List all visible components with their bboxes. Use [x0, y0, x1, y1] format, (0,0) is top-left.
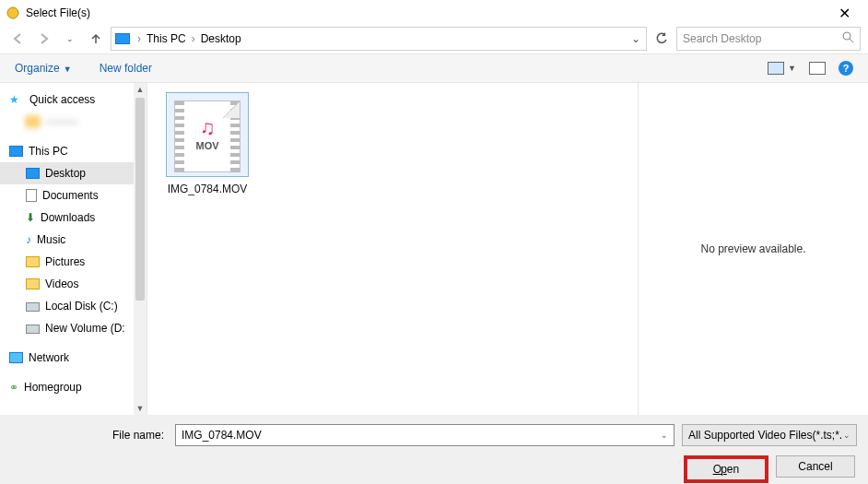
scroll-down-icon[interactable]: ▼ [136, 402, 145, 415]
this-pc[interactable]: This PC [0, 140, 147, 162]
sidebar-item-local-disk[interactable]: Local Disk (C:) [0, 295, 147, 317]
network[interactable]: Network [0, 347, 147, 369]
svg-point-1 [843, 32, 850, 40]
help-button[interactable]: ? [839, 61, 853, 76]
preview-pane-button[interactable] [809, 62, 826, 75]
drive-icon [26, 325, 40, 334]
filename-label: File name: [11, 429, 168, 442]
close-button[interactable]: ✕ [826, 5, 862, 22]
command-bar: Organize▼ New folder ▼ ? [0, 53, 868, 83]
search-input[interactable]: Search Desktop [676, 27, 861, 51]
music-icon: ♪ [26, 233, 31, 246]
sidebar-item-new-volume[interactable]: New Volume (D: [0, 317, 147, 339]
new-folder-button[interactable]: New folder [100, 62, 152, 75]
title-bar: Select File(s) ✕ [0, 0, 868, 26]
scroll-thumb[interactable] [135, 98, 145, 301]
sidebar-item-desktop[interactable]: Desktop [0, 162, 147, 184]
recent-dropdown[interactable]: ⌄ [59, 28, 81, 50]
desktop-icon [26, 168, 40, 179]
open-button[interactable]: Open [684, 455, 768, 483]
sidebar-item-pictures[interactable]: Pictures [0, 251, 147, 273]
download-icon: ⬇ [26, 211, 35, 224]
view-button[interactable]: ▼ [768, 62, 796, 75]
back-button[interactable] [7, 28, 29, 50]
breadcrumb-root[interactable]: This PC [145, 32, 188, 45]
nav-bar: ⌄ › This PC › Desktop ⌄ Search Desktop [0, 26, 868, 53]
videos-icon [26, 278, 40, 289]
chevron-down-icon: ⌄ [843, 431, 850, 440]
chevron-right-icon: › [137, 32, 141, 45]
chevron-down-icon[interactable]: ⌄ [661, 431, 668, 440]
file-name-label: IMG_0784.MOV [157, 183, 258, 195]
homegroup[interactable]: ⚭Homegroup [0, 376, 147, 398]
preview-pane: No preview available. [638, 83, 868, 415]
sidebar-item-videos[interactable]: Videos [0, 273, 147, 295]
search-placeholder: Search Desktop [683, 32, 842, 45]
up-button[interactable] [85, 28, 107, 50]
quick-access[interactable]: ★ Quick access [0, 89, 147, 111]
file-format-label: MOV [195, 140, 218, 151]
refresh-button[interactable] [651, 28, 673, 50]
pc-icon [9, 146, 23, 157]
organize-menu[interactable]: Organize▼ [15, 62, 72, 75]
pin-icon: ★ [9, 93, 24, 106]
sidebar-item-downloads[interactable]: ⬇Downloads [0, 207, 147, 229]
sidebar-scrollbar[interactable]: ▲ ▼ [134, 83, 147, 415]
network-icon [9, 352, 23, 363]
window-title: Select File(s) [26, 6, 90, 19]
document-icon [26, 189, 37, 202]
homegroup-icon: ⚭ [9, 381, 18, 394]
svg-point-0 [7, 7, 18, 18]
preview-message: No preview available. [700, 242, 805, 255]
nav-tree: ★ Quick access ——— This PC Desktop Docum… [0, 83, 147, 415]
cancel-button[interactable]: Cancel [776, 455, 855, 478]
address-bar[interactable]: › This PC › Desktop ⌄ [111, 27, 647, 51]
pc-icon [115, 33, 130, 44]
address-dropdown[interactable]: ⌄ [629, 32, 642, 45]
file-thumbnail: ♫ MOV [166, 92, 249, 177]
file-list[interactable]: ♫ MOV IMG_0784.MOV [147, 83, 638, 415]
view-icon [768, 62, 784, 75]
quick-access-item[interactable]: ——— [0, 111, 147, 133]
forward-button[interactable] [33, 28, 55, 50]
main-body: ★ Quick access ——— This PC Desktop Docum… [0, 83, 868, 415]
sidebar-item-documents[interactable]: Documents [0, 184, 147, 207]
filename-input[interactable]: IMG_0784.MOV ⌄ [175, 424, 674, 446]
chevron-right-icon: › [192, 32, 195, 45]
music-note-icon: ♫ [200, 116, 216, 140]
search-icon [842, 31, 854, 46]
drive-icon [26, 302, 40, 312]
dialog-footer: File name: IMG_0784.MOV ⌄ All Supported … [0, 415, 868, 484]
scroll-up-icon[interactable]: ▲ [136, 83, 145, 96]
file-type-filter[interactable]: All Supported Video Files(*.ts;*. ⌄ [682, 424, 857, 446]
app-icon [6, 6, 20, 20]
pictures-icon [26, 256, 40, 267]
sidebar-item-music[interactable]: ♪Music [0, 229, 147, 251]
file-item[interactable]: ♫ MOV IMG_0784.MOV [157, 92, 258, 195]
breadcrumb-current[interactable]: Desktop [199, 32, 243, 45]
svg-line-2 [850, 39, 853, 42]
